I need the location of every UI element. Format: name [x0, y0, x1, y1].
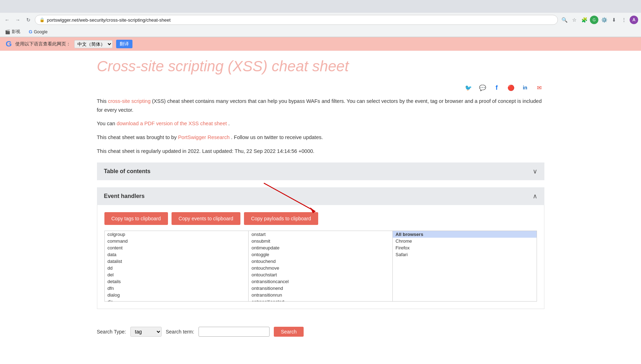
zoom-button[interactable]: 🔍	[560, 16, 569, 24]
back-button[interactable]: ←	[3, 16, 11, 24]
page-title: Cross-site scripting (XSS) cheat sheet	[97, 58, 544, 75]
search-section: Search Type: tag event payload Search te…	[97, 320, 544, 344]
search-input[interactable]	[199, 327, 270, 337]
bookmark-movies[interactable]: 🎬 影视	[3, 28, 22, 35]
events-list[interactable]: onstart onsubmit ontimeupdate ontoggle o…	[248, 231, 393, 302]
intro-paragraph-4: This cheat sheet is regularly updated in…	[97, 147, 544, 156]
list-item[interactable]: ontransitionrun	[249, 292, 392, 298]
list-item[interactable]: command	[105, 238, 249, 244]
copy-tags-button[interactable]: Copy tags to clipboard	[104, 212, 168, 225]
toc-title: Table of contents	[104, 168, 151, 175]
intro-paragraph-3: This cheat sheet was brought to by PortS…	[97, 133, 544, 142]
event-handlers-header[interactable]: Event handlers ∧	[97, 187, 544, 205]
translate-prompt: 使用以下语言查看此网页：	[15, 41, 71, 47]
browsers-list[interactable]: All browsers Chrome Firefox Safari	[392, 231, 537, 302]
toc-header[interactable]: Table of contents ∨	[97, 162, 544, 180]
list-item[interactable]: ontoggle	[249, 251, 392, 258]
list-item[interactable]: onstart	[249, 231, 392, 238]
browser-safari[interactable]: Safari	[393, 251, 537, 258]
browser-all[interactable]: All browsers	[393, 231, 537, 238]
tab-bar	[0, 0, 641, 13]
list-item[interactable]: dd	[105, 265, 249, 271]
intro-paragraph-2: You can download a PDF version of the XS…	[97, 119, 544, 128]
extensions-button[interactable]: 🧩	[580, 16, 588, 24]
translate-language-select[interactable]: 中文（简体）	[74, 40, 113, 48]
browser-chrome: ← → ↻ 🔒 portswigger.net/web-security/cro…	[0, 0, 641, 37]
copy-buttons-row: Copy tags to clipboard Copy events to cl…	[104, 212, 537, 225]
reddit-icon[interactable]: 🔴	[506, 83, 516, 93]
facebook-icon[interactable]: f	[492, 83, 502, 93]
linkedin-icon[interactable]: in	[520, 83, 530, 93]
bookmark-google[interactable]: G Google	[27, 28, 50, 35]
profile-button[interactable]: G	[590, 16, 598, 24]
search-type-label: Search Type:	[97, 329, 126, 335]
translate-bar: G 使用以下语言查看此网页： 中文（简体） 翻译	[0, 37, 641, 51]
user-avatar: A	[630, 16, 638, 24]
list-item[interactable]: ontransitionstart	[249, 298, 392, 302]
url-text: portswigger.net/web-security/cross-site-…	[47, 17, 170, 23]
movies-label: 影视	[12, 29, 20, 35]
list-item[interactable]: dialog	[105, 292, 249, 298]
translate-button[interactable]: 翻译	[116, 40, 132, 48]
copy-payloads-button[interactable]: Copy payloads to clipboard	[244, 212, 318, 225]
list-item[interactable]: colgroup	[105, 231, 249, 238]
movies-icon: 🎬	[5, 29, 10, 34]
list-item[interactable]: details	[105, 278, 249, 285]
list-item[interactable]: datalist	[105, 258, 249, 265]
social-icons: 🐦 💬 f 🔴 in ✉	[97, 78, 544, 97]
list-item[interactable]: ontouchmove	[249, 265, 392, 271]
list-item[interactable]: dfn	[105, 285, 249, 292]
toc-chevron: ∨	[533, 167, 537, 175]
whatsapp-icon[interactable]: 💬	[478, 83, 488, 93]
event-handlers-chevron: ∧	[533, 192, 537, 200]
profile-avatar: G	[590, 16, 598, 24]
list-item[interactable]: content	[105, 244, 249, 251]
twitter-icon[interactable]: 🐦	[463, 83, 473, 93]
intro-paragraph-1: This cross-site scripting (XSS) cheat sh…	[97, 97, 544, 114]
google-label: Google	[34, 29, 48, 34]
browser-chrome[interactable]: Chrome	[393, 238, 537, 244]
toolbar-icons: 🔍 ☆ 🧩 G ⚙️ ⬇ ⋮ A	[560, 16, 638, 24]
browser-firefox[interactable]: Firefox	[393, 244, 537, 251]
list-item[interactable]: ontouchstart	[249, 271, 392, 278]
page-title-section: Cross-site scripting (XSS) cheat sheet	[97, 51, 544, 78]
google-logo: G	[6, 39, 12, 49]
email-icon[interactable]: ✉	[534, 83, 544, 93]
search-button[interactable]: Search	[274, 327, 304, 337]
list-item[interactable]: onsubmit	[249, 238, 392, 244]
nav-bar: ← → ↻ 🔒 portswigger.net/web-security/cro…	[0, 13, 641, 27]
reload-button[interactable]: ↻	[24, 16, 33, 24]
search-type-select[interactable]: tag event payload	[130, 327, 162, 337]
bookmarks-bar: 🎬 影视 G Google	[0, 27, 641, 37]
list-item[interactable]: ontransitionend	[249, 285, 392, 292]
xss-link[interactable]: cross-site scripting	[108, 98, 151, 104]
list-item[interactable]: data	[105, 251, 249, 258]
search-term-label: Search term:	[166, 329, 194, 335]
list-item[interactable]: ontimeupdate	[249, 244, 392, 251]
forward-button[interactable]: →	[13, 16, 22, 24]
more-button[interactable]: ⋮	[620, 16, 628, 24]
pdf-link[interactable]: download a PDF version of the XSS cheat …	[116, 121, 227, 126]
settings-button[interactable]: ⚙️	[600, 16, 608, 24]
filter-lists: colgroup command content data datalist d…	[104, 231, 537, 302]
tags-list[interactable]: colgroup command content data datalist d…	[104, 231, 249, 302]
portswigger-link[interactable]: PortSwigger Research	[178, 134, 229, 140]
list-item[interactable]: ontransitioncancel	[249, 278, 392, 285]
lock-icon: 🔒	[39, 17, 45, 22]
downloads-button[interactable]: ⬇	[610, 16, 618, 24]
list-item[interactable]: del	[105, 271, 249, 278]
page-wrapper: Cross-site scripting (XSS) cheat sheet 🐦…	[0, 51, 641, 358]
event-handlers-title: Event handlers	[104, 193, 145, 199]
google-icon: G	[29, 29, 32, 34]
page-content: Cross-site scripting (XSS) cheat sheet 🐦…	[90, 51, 552, 358]
bookmark-button[interactable]: ☆	[570, 16, 578, 24]
address-bar[interactable]: 🔒 portswigger.net/web-security/cross-sit…	[35, 15, 558, 25]
list-item[interactable]: dir	[105, 298, 249, 302]
copy-events-button[interactable]: Copy events to clipboard	[172, 212, 240, 225]
list-item[interactable]: ontouchend	[249, 258, 392, 265]
event-handlers-content: Copy tags to clipboard Copy events to cl…	[97, 205, 544, 309]
